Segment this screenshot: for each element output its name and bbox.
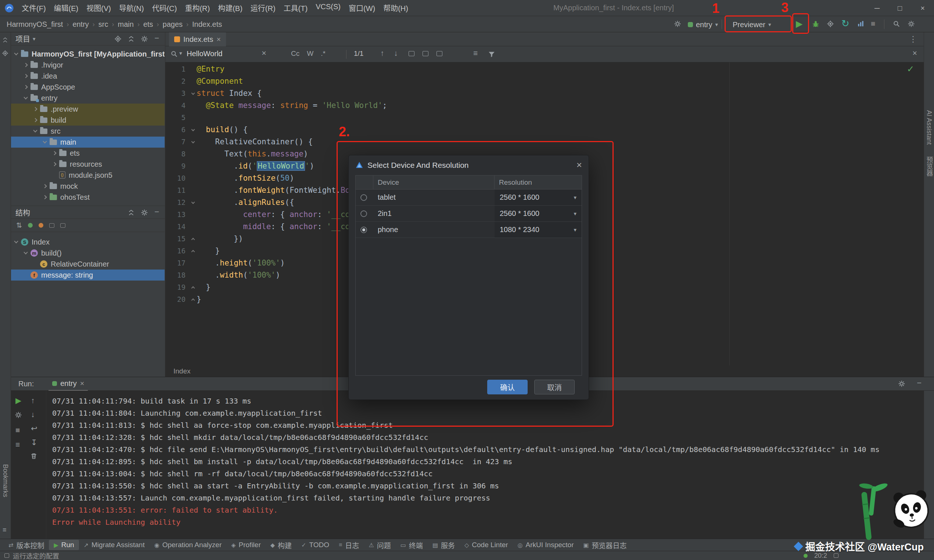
run-config-gear-icon[interactable] bbox=[15, 411, 22, 418]
chevron-right-icon[interactable] bbox=[43, 184, 47, 188]
menu-item[interactable]: 文件(F) bbox=[18, 0, 50, 15]
project-tree-item[interactable]: entry bbox=[11, 92, 165, 103]
breadcrumb-item[interactable]: entry bbox=[72, 20, 89, 29]
project-tree-item[interactable]: .hvigor bbox=[11, 60, 165, 71]
search-input[interactable]: HelloWorld bbox=[186, 49, 222, 58]
stop-icon[interactable]: ■ bbox=[15, 426, 20, 434]
sync-settings-icon[interactable] bbox=[674, 20, 681, 28]
chevron-right-icon[interactable] bbox=[43, 195, 47, 199]
search-toggle[interactable]: Cc bbox=[289, 49, 302, 58]
soft-wrap-icon[interactable]: ↩ bbox=[31, 425, 37, 432]
commit-stripe-icon[interactable] bbox=[2, 50, 8, 57]
hide-panel-icon[interactable]: − bbox=[154, 34, 159, 43]
settings-gear-icon[interactable] bbox=[908, 20, 915, 28]
clear-search-icon[interactable]: × bbox=[262, 48, 267, 58]
toolwindow-button[interactable]: ≡日志 bbox=[334, 539, 364, 551]
fold-up-icon[interactable] bbox=[191, 298, 195, 302]
indent-indicator-icon[interactable] bbox=[834, 553, 838, 558]
fold-up-icon[interactable] bbox=[191, 238, 195, 242]
collapse-all-icon[interactable] bbox=[128, 209, 135, 216]
fold-down-icon[interactable] bbox=[191, 140, 195, 143]
profiler-button[interactable] bbox=[857, 20, 864, 28]
clear-console-icon[interactable] bbox=[30, 452, 37, 460]
breadcrumb-item[interactable]: ets bbox=[143, 20, 153, 29]
toolwindow-button[interactable]: ↗Migrate Assistant bbox=[79, 540, 150, 550]
chevron-right-icon[interactable] bbox=[23, 85, 28, 89]
fold-up-icon[interactable] bbox=[191, 250, 195, 254]
breadcrumb-item[interactable]: HarmonyOS_first bbox=[7, 20, 63, 29]
search-toggle[interactable]: .* bbox=[319, 49, 328, 58]
project-tree-item[interactable]: AppScope bbox=[11, 82, 165, 92]
scroll-up-icon[interactable]: ↑ bbox=[31, 397, 35, 404]
project-tree-item[interactable]: src bbox=[11, 126, 165, 137]
module-selector[interactable]: entry ▾ bbox=[688, 19, 718, 30]
maximize-icon[interactable]: □ bbox=[888, 0, 911, 16]
project-tree-item[interactable]: main bbox=[11, 137, 165, 148]
scroll-down-icon[interactable]: ↓ bbox=[31, 411, 35, 418]
menu-item[interactable]: 视图(V) bbox=[82, 0, 115, 15]
group-by-icon[interactable] bbox=[49, 223, 54, 228]
project-tree-item[interactable]: build bbox=[11, 115, 165, 126]
toolwindow-button[interactable]: ▭终端 bbox=[396, 539, 428, 551]
toolwindow-button[interactable]: ▣预览器日志 bbox=[578, 539, 631, 551]
tab-options-icon[interactable]: ⋮ bbox=[909, 34, 917, 44]
panel-settings-icon[interactable] bbox=[141, 209, 148, 216]
project-panel-title[interactable]: 项目▾ bbox=[15, 34, 35, 44]
previous-match-icon[interactable]: ↑ bbox=[380, 49, 384, 58]
search-everywhere-icon[interactable] bbox=[893, 20, 900, 28]
code-line[interactable] bbox=[197, 112, 924, 124]
code-line[interactable]: @State message: string = 'Hello World'; bbox=[197, 100, 924, 112]
editor-breadcrumb-item[interactable]: Index bbox=[173, 367, 190, 375]
toolwindow-button[interactable]: ▤服务 bbox=[428, 539, 460, 551]
project-tree-item[interactable]: .idea bbox=[11, 71, 165, 82]
search-toggle[interactable]: W bbox=[305, 49, 316, 58]
collapse-all-icon[interactable] bbox=[128, 35, 135, 43]
chevron-right-icon[interactable] bbox=[23, 63, 28, 67]
toolwindow-button[interactable]: ◆构建 bbox=[266, 539, 296, 551]
editor-tab[interactable]: Index.ets × bbox=[169, 32, 226, 46]
highlight-all-icon[interactable] bbox=[436, 51, 442, 56]
flatten-icon[interactable] bbox=[60, 223, 65, 228]
project-tree-item[interactable]: HarmonyOS_first [MyApplication_first] bbox=[11, 48, 165, 60]
run-tab[interactable]: entry × bbox=[48, 377, 88, 391]
minimize-icon[interactable]: ─ bbox=[866, 0, 888, 16]
breadcrumb-item[interactable]: src bbox=[99, 20, 108, 29]
menu-item[interactable]: 工具(T) bbox=[280, 0, 312, 15]
chevron-right-icon[interactable] bbox=[33, 118, 37, 122]
toolwindow-button[interactable]: ✓TODO bbox=[296, 540, 334, 550]
toolwindow-button[interactable]: ◈Profiler bbox=[227, 540, 266, 550]
project-tree-item[interactable]: module.json5 bbox=[11, 170, 165, 181]
chevron-down-icon[interactable] bbox=[14, 51, 18, 55]
search-icon[interactable] bbox=[171, 50, 178, 58]
menu-item[interactable]: 重构(R) bbox=[181, 0, 214, 15]
tool-windows-icon[interactable]: ≡ bbox=[3, 526, 7, 534]
fold-up-icon[interactable] bbox=[191, 286, 195, 290]
breadcrumb-item[interactable]: Index.ets bbox=[192, 20, 222, 29]
right-stripe-item[interactable]: AI Assistant bbox=[925, 110, 933, 145]
console-menu-icon[interactable]: ≡ bbox=[15, 441, 20, 448]
attach-debugger-icon[interactable] bbox=[827, 20, 834, 28]
chevron-right-icon[interactable] bbox=[52, 162, 56, 166]
toolwindow-button[interactable]: ◎ArkUI Inspector bbox=[513, 540, 579, 550]
fold-down-icon[interactable] bbox=[191, 128, 195, 131]
project-tree-item[interactable]: .preview bbox=[11, 103, 165, 115]
in-selection-icon[interactable] bbox=[408, 51, 415, 56]
toolwindow-button[interactable]: ◉Operation Analyzer bbox=[150, 540, 227, 550]
chevron-down-icon[interactable] bbox=[33, 128, 37, 132]
menu-item[interactable]: VCS(S) bbox=[311, 0, 345, 15]
fold-down-icon[interactable] bbox=[191, 91, 195, 95]
rerun-icon[interactable]: ▶ bbox=[15, 397, 21, 404]
restart-button[interactable]: ↻ bbox=[842, 19, 849, 28]
project-tree-item[interactable]: mock bbox=[11, 181, 165, 192]
close-find-bar-icon[interactable]: × bbox=[912, 48, 917, 58]
code-line[interactable]: @Entry bbox=[197, 63, 924, 75]
breadcrumb-item[interactable]: main bbox=[118, 20, 134, 29]
run-settings-icon[interactable] bbox=[898, 380, 905, 388]
panel-settings-icon[interactable] bbox=[141, 35, 148, 43]
hide-panel-icon[interactable]: − bbox=[154, 207, 159, 217]
structure-tree-item[interactable]: fmessage: string bbox=[11, 269, 165, 280]
menu-item[interactable]: 构建(B) bbox=[214, 0, 247, 15]
locate-file-icon[interactable] bbox=[114, 35, 122, 43]
toolwindow-button[interactable]: ◇Code Linter bbox=[460, 540, 513, 550]
select-occurrences-icon[interactable] bbox=[422, 51, 428, 56]
